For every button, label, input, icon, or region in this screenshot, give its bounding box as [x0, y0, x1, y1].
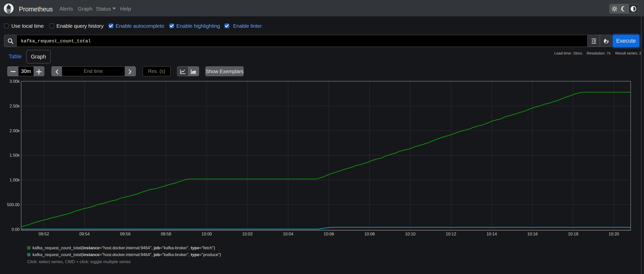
svg-text:09:54: 09:54: [79, 232, 90, 236]
svg-text:10:00: 10:00: [202, 232, 212, 236]
svg-text:10:14: 10:14: [487, 232, 497, 236]
svg-text:2.00k: 2.00k: [10, 128, 20, 133]
svg-text:09:52: 09:52: [39, 232, 49, 236]
svg-text:10:10: 10:10: [405, 232, 415, 236]
svg-text:10:20: 10:20: [609, 232, 619, 236]
svg-text:09:56: 09:56: [120, 232, 131, 236]
svg-text:10:18: 10:18: [568, 232, 578, 236]
svg-text:10:16: 10:16: [527, 232, 538, 236]
svg-text:10:12: 10:12: [446, 232, 456, 236]
svg-text:1.00k: 1.00k: [10, 178, 20, 182]
svg-text:10:02: 10:02: [242, 232, 252, 236]
svg-text:10:06: 10:06: [324, 232, 334, 236]
svg-text:500.00: 500.00: [7, 202, 20, 207]
svg-text:09:58: 09:58: [161, 232, 171, 236]
svg-text:1.50k: 1.50k: [10, 153, 20, 157]
svg-text:3.00k: 3.00k: [10, 79, 20, 84]
svg-text:10:04: 10:04: [283, 232, 293, 236]
svg-text:10:08: 10:08: [364, 232, 375, 236]
svg-text:0.00: 0.00: [12, 227, 20, 232]
svg-text:2.50k: 2.50k: [10, 104, 20, 108]
